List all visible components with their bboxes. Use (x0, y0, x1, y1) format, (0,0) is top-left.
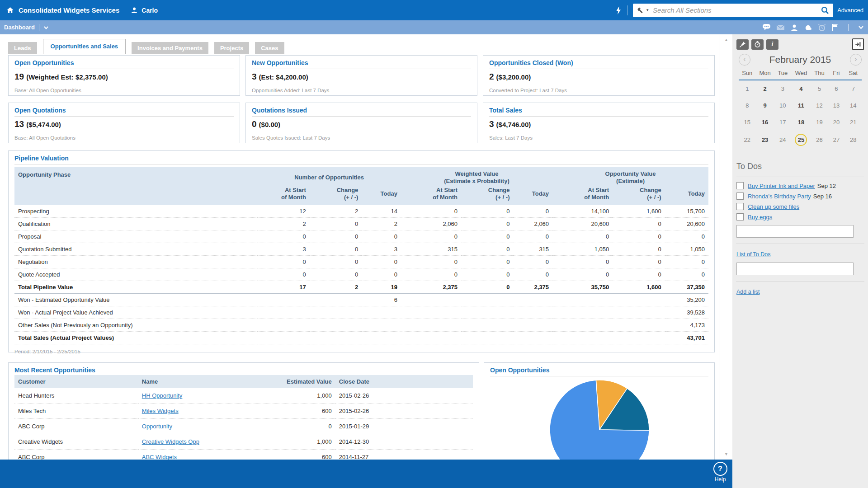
home-icon[interactable] (6, 7, 14, 14)
calendar-day[interactable]: 14 (845, 97, 862, 114)
todo-link[interactable]: Rhonda's Birthday Party (748, 193, 811, 200)
opportunity-link[interactable]: Creative Widgets Opp (142, 438, 199, 445)
calendar-day[interactable]: 4 (791, 80, 811, 97)
user-name[interactable]: Carlo (142, 7, 158, 14)
add-list-link[interactable]: Add a list (736, 289, 760, 295)
card-title[interactable]: Opportunities Closed (Won) (489, 59, 708, 66)
current-section-label[interactable]: Dashboard (0, 24, 35, 31)
pipeline-row-won-estimated-opportunity-value: Won - Estimated Opportunity Value635,200 (14, 294, 708, 306)
calendar-day-number: 2 (760, 84, 770, 94)
panel-title[interactable]: Open Opportunities (490, 366, 708, 374)
divider (489, 116, 708, 117)
estimated-value-cell: 1,000 (267, 388, 335, 404)
card-title[interactable]: Open Opportunities (14, 59, 234, 66)
opportunity-link[interactable]: Opportunity (142, 423, 172, 430)
calendar-day[interactable]: 16 (756, 114, 774, 131)
todo-list-link[interactable]: List of To Dos (736, 251, 771, 258)
calendar-day[interactable]: 8 (739, 97, 756, 114)
todo-checkbox[interactable] (736, 182, 744, 189)
todo-checkbox[interactable] (736, 203, 744, 210)
calendar-day[interactable]: 25 (791, 131, 811, 149)
mail-icon[interactable] (776, 24, 785, 31)
calendar-day[interactable]: 6 (828, 80, 844, 97)
search-input[interactable] (652, 6, 821, 14)
user-help-icon[interactable]: ? (790, 23, 798, 32)
search-scope-tool-icon[interactable] (637, 7, 644, 14)
support-headset-icon[interactable] (804, 23, 812, 32)
calendar-day[interactable]: 18 (791, 114, 811, 131)
calendar-day[interactable]: 24 (774, 131, 791, 149)
calendar-day[interactable]: 13 (828, 97, 844, 114)
alarm-clock-icon[interactable] (818, 23, 826, 32)
calendar-day[interactable]: 20 (828, 114, 844, 131)
opportunity-link[interactable]: HH Opportunity (142, 392, 183, 399)
calendar-day[interactable]: 22 (739, 131, 756, 149)
quick-action-bolt-icon[interactable] (615, 6, 622, 15)
todo-link[interactable]: Buy eggs (748, 214, 772, 221)
calendar-day[interactable]: 7 (845, 80, 862, 97)
calendar-day[interactable]: 11 (791, 97, 811, 114)
todo-link[interactable]: Clean up some files (748, 203, 799, 210)
stopwatch-button[interactable] (751, 39, 764, 50)
scroll-up-icon[interactable]: ▲ (720, 38, 732, 42)
name-cell: ABC Widgets (138, 450, 267, 460)
value-cell: 0 (401, 230, 461, 243)
search-icon[interactable] (821, 6, 830, 15)
calendar-next-icon[interactable]: › (850, 54, 862, 66)
subcol-label-line: Change (616, 187, 661, 194)
advanced-search-link[interactable]: Advanced (837, 7, 863, 14)
new-list-input[interactable] (736, 263, 854, 275)
card-title[interactable]: Quotations Issued (252, 107, 471, 114)
help-button[interactable]: ? Help (711, 462, 729, 483)
calendar-day[interactable]: 19 (811, 114, 828, 131)
new-todo-input[interactable] (736, 225, 854, 238)
pipeline-row-quotation-submitted: Quotation Submitted30331503151,05001,050 (14, 243, 708, 256)
panel-title[interactable]: Most Recent Opportunities (14, 366, 473, 374)
value-cell: 0 (461, 256, 513, 268)
pin-button[interactable] (736, 39, 749, 50)
calendar-day[interactable]: 1 (739, 80, 756, 97)
tab-opportunities-and-sales[interactable]: Opportunities and Sales (43, 39, 126, 54)
tab-invoices-and-payments[interactable]: Invoices and Payments (132, 42, 208, 54)
value-cell (257, 319, 309, 332)
sidebar-collapse-button[interactable] (852, 38, 864, 50)
calendar-day[interactable]: 3 (774, 80, 791, 97)
todo-link[interactable]: Buy Printer Ink and Paper (748, 183, 815, 189)
calendar-day[interactable]: 17 (774, 114, 791, 131)
main-scrollbar[interactable]: ▲ ▼ (720, 34, 732, 460)
tab-leads[interactable]: Leads (8, 42, 37, 54)
comments-icon[interactable] (762, 23, 771, 31)
flag-icon[interactable] (831, 23, 839, 31)
opportunity-link[interactable]: ABC Widgets (142, 454, 177, 460)
todo-checkbox[interactable] (736, 192, 744, 200)
value-cell (310, 332, 362, 344)
calendar-day[interactable]: 26 (811, 131, 828, 149)
card-title[interactable]: Open Quotations (14, 107, 234, 114)
calendar-day[interactable]: 23 (756, 131, 774, 149)
tab-cases[interactable]: Cases (255, 42, 284, 54)
section-dropdown-chevron-icon[interactable] (43, 25, 49, 30)
calendar-day[interactable]: 28 (845, 131, 862, 149)
calendar-day[interactable]: 15 (739, 114, 756, 131)
card-title[interactable]: New Opportunities (252, 59, 471, 66)
phase-cell: Proposal (14, 230, 257, 243)
opportunity-link[interactable]: Miles Widgets (142, 408, 179, 414)
card-title[interactable]: Total Sales (489, 107, 708, 114)
calendar-day[interactable]: 12 (811, 97, 828, 114)
calendar-prev-icon[interactable]: ‹ (739, 54, 750, 66)
calendar-day[interactable]: 5 (811, 80, 828, 97)
info-button[interactable]: i (766, 39, 778, 50)
search-scope-caret-icon[interactable]: ▼ (646, 8, 649, 12)
todo-checkbox[interactable] (736, 213, 744, 221)
calendar-day[interactable]: 21 (845, 114, 862, 131)
user-icon (131, 7, 138, 14)
more-chevron-down-icon[interactable] (858, 25, 864, 30)
calendar-day[interactable]: 10 (774, 97, 791, 114)
calendar-day[interactable]: 27 (828, 131, 844, 149)
panel-title[interactable]: Pipeline Valuation (14, 155, 708, 162)
scroll-down-icon[interactable]: ▼ (720, 452, 732, 456)
tab-projects[interactable]: Projects (214, 42, 249, 54)
app-title[interactable]: Consolidated Widgets Services (19, 6, 119, 14)
calendar-day[interactable]: 2 (756, 80, 774, 97)
calendar-day[interactable]: 9 (756, 97, 774, 114)
